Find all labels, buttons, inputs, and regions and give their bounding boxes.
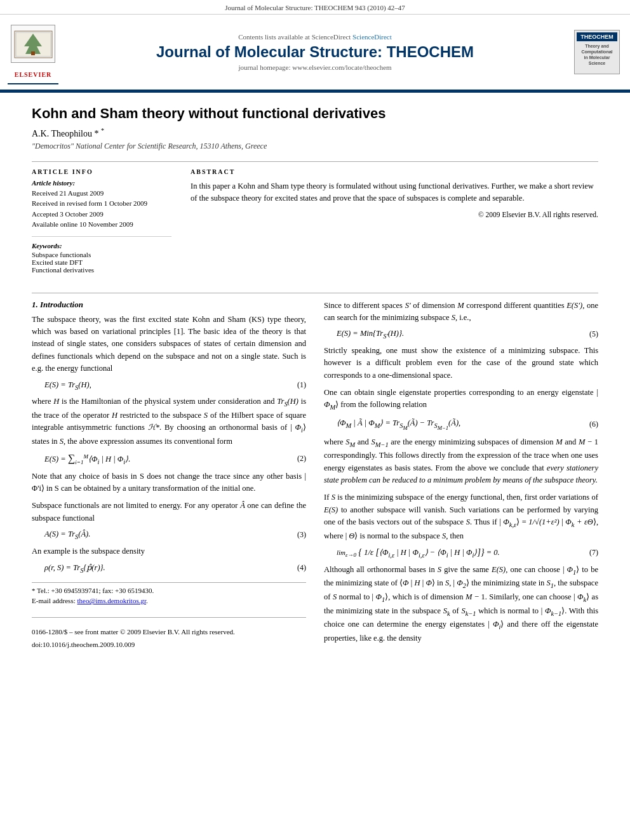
- theochem-label: THEOCHEM: [577, 32, 617, 41]
- copyright-notice: © 2009 Elsevier B.V. All rights reserved…: [191, 211, 598, 218]
- intro-paragraph-1: The subspace theory, was the first excit…: [32, 314, 306, 375]
- received-date: Received 21 August 2009: [32, 188, 171, 199]
- body-columns: 1. Introduction The subspace theory, was…: [32, 300, 598, 650]
- footnote-tel: * Tel.: +30 6945939741; fax: +30 6519430…: [32, 587, 306, 594]
- eq1-description: where H is the Hamiltonian of the physic…: [32, 396, 306, 448]
- eq3-content: A(S) = TrS(Â).: [32, 530, 281, 540]
- eq1-content: E(S) = TrS(H),: [32, 380, 281, 391]
- article-title: Kohn and Sham theory without functional …: [32, 105, 598, 122]
- right-column: Since to different spaces S' of dimensio…: [324, 300, 598, 650]
- col2-para3: One can obtain single eigenstate propert…: [324, 387, 598, 413]
- journal-title-area: Contents lists available at ScienceDirec…: [65, 20, 565, 84]
- elsevier-text: ELSEVIER: [15, 71, 52, 78]
- article-affiliation: "Democritos" National Center for Scienti…: [32, 142, 598, 151]
- title-divider: [32, 161, 598, 162]
- equation-3: A(S) = TrS(Â). (3): [32, 530, 306, 540]
- sciencedirect-info: Contents lists available at ScienceDirec…: [238, 33, 392, 41]
- eq5-content: E(S) = Min{TrS'(H)}.: [324, 329, 573, 340]
- left-column: 1. Introduction The subspace theory, was…: [32, 300, 306, 650]
- article-info: ARTICLE INFO Article history: Received 2…: [32, 168, 171, 280]
- author-footnote-marker: *: [101, 127, 104, 134]
- footer-doi: doi:10.1016/j.theochem.2009.10.009: [32, 641, 306, 648]
- equation-7: limε→0 { 1/ε [⟨Φi,ε | H | Φi,ε⟩ − ⟨Φi | …: [324, 547, 598, 559]
- section1-heading: 1. Introduction: [32, 300, 306, 310]
- elsevier-tree-icon: [11, 25, 55, 63]
- keyword-2: Excited state DFT: [32, 258, 171, 266]
- article-authors: A.K. Theophilou * *: [32, 127, 598, 139]
- eq7-number: (7): [573, 548, 598, 557]
- article-keywords: Keywords: Subspace functionals Excited s…: [32, 242, 171, 274]
- abstract-area: ABSTRACT In this paper a Kohn and Sham t…: [191, 168, 598, 280]
- svg-rect-2: [31, 51, 35, 55]
- col2-para2: Strictly speaking, one must show the exi…: [324, 345, 598, 382]
- journal-metadata-bar: Journal of Molecular Structure: THEOCHEM…: [0, 0, 630, 15]
- email-link[interactable]: theo@ims.demokritos.gr: [77, 597, 146, 604]
- col2-para1: Since to different spaces S' of dimensio…: [324, 300, 598, 324]
- note-paragraph: Note that any choice of basis in S does …: [32, 470, 306, 495]
- eq6-content: ⟨ΦM | Ã | ΦM⟩ = TrSM(Ã) − TrSM−1(Ã),: [324, 418, 573, 431]
- eq2-number: (2): [281, 454, 306, 463]
- footnote-area: * Tel.: +30 6945939741; fax: +30 6519430…: [32, 582, 306, 604]
- keyword-1: Subspace functionals: [32, 251, 171, 258]
- eq1-number: (1): [281, 380, 306, 390]
- article-footer: 0166-1280/$ – see front matter © 2009 El…: [32, 617, 306, 648]
- eq7-content: limε→0 { 1/ε [⟨Φi,ε | H | Φi,ε⟩ − ⟨Φi | …: [324, 547, 573, 559]
- article-info-heading: ARTICLE INFO: [32, 168, 171, 175]
- info-divider: [32, 236, 171, 237]
- eq5-number: (5): [573, 330, 598, 339]
- theochem-desc: Theory andComputationalin MolecularScien…: [582, 43, 613, 66]
- equation-5: E(S) = Min{TrS'(H)}. (5): [324, 329, 598, 340]
- abstract-text: In this paper a Kohn and Sham type theor…: [191, 180, 598, 205]
- col2-para4: where SM and SM−1 are the energy minimiz…: [324, 436, 598, 487]
- journal-header: ELSEVIER Contents lists available at Sci…: [0, 15, 630, 91]
- accepted-date: Accepted 3 October 2009: [32, 209, 171, 220]
- sciencedirect-link[interactable]: ScienceDirect: [352, 33, 392, 41]
- journal-main-title: Journal of Molecular Structure: THEOCHEM: [156, 43, 474, 61]
- email-label: E-mail address:: [32, 597, 77, 604]
- journal-homepage: journal homepage: www.elsevier.com/locat…: [238, 63, 391, 71]
- theochem-logo-box: THEOCHEM Theory andComputationalin Molec…: [574, 30, 620, 74]
- article-content: Kohn and Sham theory without functional …: [0, 93, 630, 662]
- abstract-heading: ABSTRACT: [191, 168, 598, 175]
- elsevier-logo-area: ELSEVIER: [8, 20, 58, 84]
- eq2-content: E(S) = ∑i=1M⟨Φi | H | Φi⟩.: [32, 453, 281, 465]
- col2-para5: If S is the minimizing subspace of the e…: [324, 491, 598, 542]
- meta-body-divider: [32, 293, 598, 293]
- subspace-paragraph: Subspace functionals are not limited to …: [32, 500, 306, 524]
- eq4-number: (4): [281, 563, 306, 573]
- article-meta-section: ARTICLE INFO Article history: Received 2…: [32, 168, 598, 280]
- equation-4: ρ(r, S) = TrS{p̂(r)}. (4): [32, 563, 306, 574]
- eq3-number: (3): [281, 530, 306, 540]
- footnote-email: E-mail address: theo@ims.demokritos.gr.: [32, 597, 306, 604]
- author-name: A.K. Theophilou *: [32, 129, 99, 138]
- eq4-content: ρ(r, S) = TrS{p̂(r)}.: [32, 563, 281, 574]
- history-label: Article history:: [32, 179, 171, 187]
- eq6-number: (6): [573, 420, 598, 429]
- density-paragraph: An example is the subspace density: [32, 545, 306, 557]
- equation-6: ⟨ΦM | Ã | ΦM⟩ = TrSM(Ã) − TrSM−1(Ã), (6): [324, 418, 598, 431]
- equation-1: E(S) = TrS(H), (1): [32, 380, 306, 391]
- choose-word: choose: [538, 565, 560, 574]
- equation-2: E(S) = ∑i=1M⟨Φi | H | Φi⟩. (2): [32, 453, 306, 465]
- revised-date: Received in revised form 1 October 2009: [32, 198, 171, 209]
- theochem-logo-area: THEOCHEM Theory andComputationalin Molec…: [572, 20, 622, 84]
- journal-citation: Journal of Molecular Structure: THEOCHEM…: [225, 4, 405, 11]
- keyword-3: Functional derivatives: [32, 266, 171, 274]
- col2-para6: Although all orthonormal bases in S give…: [324, 564, 598, 645]
- available-date: Available online 10 November 2009: [32, 219, 171, 230]
- keywords-label: Keywords:: [32, 242, 171, 250]
- article-history: Article history: Received 21 August 2009…: [32, 179, 171, 230]
- footer-copyright: 0166-1280/$ – see front matter © 2009 El…: [32, 628, 306, 636]
